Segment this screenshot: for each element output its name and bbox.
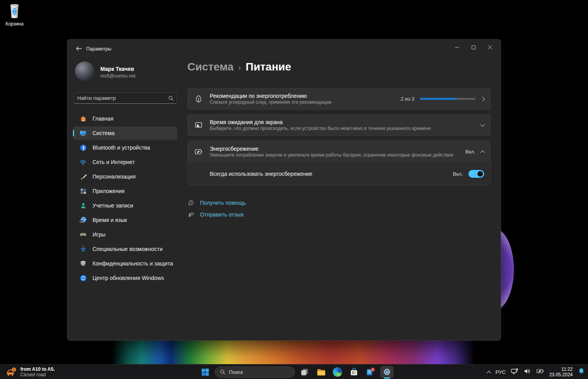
microsoft-store-icon [349,367,359,377]
breadcrumb-parent[interactable]: Система [187,61,234,73]
svg-text:?: ? [190,201,192,204]
back-button[interactable] [74,44,84,53]
sidebar-item-privacy[interactable]: Конфиденциальность и защита [73,257,177,270]
taskbar-search-label: Поиск [229,369,243,375]
sidebar-item-apps[interactable]: Приложения [73,184,177,198]
taskbar-search[interactable]: Поиск [215,366,295,378]
window-controls [449,42,498,53]
sidebar-item-bluetooth[interactable]: Bluetooth и устройства [73,141,177,154]
get-help-link[interactable]: Получить помощь [200,200,246,206]
settings-gear-icon: ⚙ [382,367,392,377]
help-icon: ? [187,199,194,206]
card-subtitle: Уменьшите потребление энергии и увеличьт… [210,152,461,158]
send-feedback-link[interactable]: Отправить отзыв [200,211,243,218]
get-help-row: ? Получить помощь [187,197,491,209]
sidebar-item-system[interactable]: Система [73,126,177,140]
edge-browser-button[interactable] [331,366,344,378]
widgets-button[interactable]: ! from A10 to A5. Closed road [2,365,58,379]
recycle-bin-icon [7,2,22,19]
sidebar-item-label: Bluetooth и устройства [93,144,150,151]
home-icon [79,115,87,123]
clock[interactable]: 11:22 23.05.2024 [549,366,573,377]
energy-saver-state: Вкл. [465,149,475,155]
energy-saver-icon [194,148,203,156]
settings-taskbar-button[interactable]: ⚙ [380,366,394,378]
microsoft-store-button[interactable] [347,366,361,378]
screen-timeout-card[interactable]: Время ожидания для экрана Выберите, что … [187,114,491,136]
taskbar: ! from A10 to A5. Closed road Поиск [0,364,588,379]
network-icon [79,158,87,166]
traffic-alert-car-icon: ! [5,367,17,377]
close-button[interactable] [482,42,498,53]
progress-fill [420,98,457,100]
sidebar-item-label: Система [93,130,114,136]
chevron-right-icon [480,97,485,101]
search-icon [220,369,225,375]
breadcrumb-chevron-icon: › [238,63,241,72]
accessibility-icon [79,245,87,253]
windows-update-icon [79,274,87,282]
maximize-button[interactable] [465,42,482,53]
always-energy-saver-label: Всегда использовать энергосбережение [210,171,448,177]
svg-text:!: ! [372,368,374,372]
edge-browser-icon [333,367,342,377]
toggle-knob [477,171,483,177]
recycle-bin-label: Корзина [3,21,26,27]
energy-recommendations-card[interactable]: Рекомендации по энергопотреблению Снизьт… [187,88,491,110]
feedback-icon [187,211,194,218]
close-icon [488,45,492,49]
bluetooth-icon [79,144,87,152]
widget-headline: from A10 to A5. [20,366,55,372]
card-subtitle: Выберите, что должно происходить, если у… [210,126,476,132]
maximize-icon [472,45,475,49]
sidebar-item-label: Главная [93,116,113,122]
language-indicator[interactable]: РУС [495,369,506,375]
profile-email: msft@comss.net [100,73,136,79]
sidebar-item-home[interactable]: Главная [73,112,177,125]
file-explorer-icon [316,367,326,377]
toggle-state-label: Вкл. [453,171,463,177]
start-button[interactable] [198,366,212,378]
sidebar-item-accessibility[interactable]: Специальные возможности [73,242,177,256]
sidebar-item-personalization[interactable]: Персонализация [73,170,177,183]
sidebar-item-windows-update[interactable]: Центр обновления Windows [73,271,177,285]
sidebar-item-gaming[interactable]: Игры [73,228,177,241]
privacy-icon [79,260,87,267]
tray-chevron-up-icon[interactable] [486,371,491,375]
energy-saver-card[interactable]: Энергосбережение Уменьшите потребление э… [188,141,490,162]
card-title: Время ожидания для экрана [210,119,476,126]
sidebar-item-label: Персонализация [93,173,136,180]
wallpaper-ribbon [112,339,482,365]
system-icon [79,129,87,137]
volume-icon[interactable] [524,368,531,376]
taskbar-center: Поиск [198,365,394,379]
personalization-icon [79,173,87,180]
sidebar-item-accounts[interactable]: Учетные записи [73,199,177,212]
avatar[interactable] [75,61,94,81]
minimize-icon [455,45,459,49]
window-title: Параметры [86,46,111,52]
alert-app-icon: ! [365,367,376,377]
help-links: ? Получить помощь Отправить отзыв [187,197,491,220]
network-tray-icon[interactable] [511,368,519,376]
minimize-button[interactable] [449,42,465,53]
apps-icon [79,187,87,195]
recycle-bin-shortcut[interactable]: Корзина [3,2,26,27]
sidebar-item-label: Центр обновления Windows [93,275,164,281]
accounts-icon [79,202,87,209]
card-subtitle: Снизьте углеродный след, применяя эти ре… [210,99,396,105]
page-title: Питание [246,61,291,73]
energy-saver-tray-icon[interactable] [536,368,544,376]
notification-bell-icon[interactable] [578,368,585,376]
sidebar-nav: Главная Система Bluetooth и устройства С… [73,112,177,286]
search-input[interactable] [74,95,168,101]
svg-text:!: ! [13,368,15,372]
task-view-button[interactable] [298,366,311,378]
sidebar-item-time-language[interactable]: Время и язык [73,213,177,227]
back-arrow-icon [76,46,82,51]
file-explorer-button[interactable] [314,366,328,378]
sidebar-item-network[interactable]: Сеть и Интернет [73,155,177,169]
alert-app-button[interactable]: ! [364,366,377,378]
energy-saver-toggle[interactable] [468,170,484,178]
sidebar-item-label: Учетные записи [93,202,133,209]
